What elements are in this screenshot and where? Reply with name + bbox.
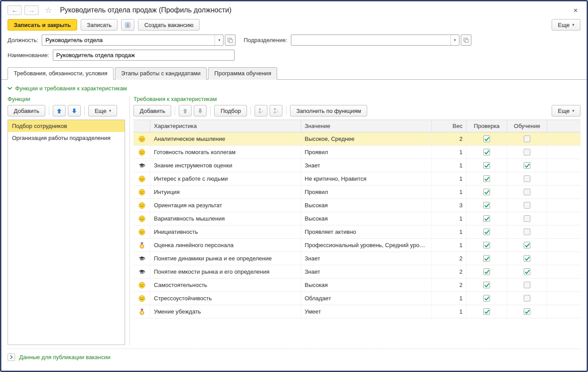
add-function-button[interactable]: Добавить (8, 105, 45, 116)
table-row[interactable]: Самостоятельность Высокая 2 (133, 279, 580, 292)
training-checkbox[interactable] (524, 202, 530, 209)
column-header-check[interactable]: Проверка (466, 120, 507, 132)
fill-by-functions-button[interactable]: Заполнить по функциям (290, 105, 367, 116)
training-checkbox[interactable] (524, 149, 530, 155)
save-and-close-button[interactable]: Записать и закрыть (8, 19, 77, 31)
check-checkbox[interactable] (483, 282, 490, 288)
requirement-move-up-button[interactable] (179, 105, 192, 116)
tab-1[interactable]: Требования, обязанности, условия (8, 67, 114, 80)
check-checkbox[interactable] (483, 295, 490, 302)
column-header-weight[interactable]: Вес (432, 120, 466, 132)
training-checkbox[interactable] (524, 175, 530, 182)
table-row[interactable]: Аналитическое мышление Высокое, Среднее … (133, 132, 580, 146)
requirements-more-button[interactable]: Еще▾ (552, 105, 580, 116)
check-checkbox[interactable] (483, 189, 490, 195)
move-up-button[interactable] (53, 105, 66, 116)
save-button[interactable]: Записать (81, 19, 118, 31)
training-checkbox[interactable] (524, 242, 530, 248)
check-checkbox[interactable] (483, 308, 490, 315)
add-requirement-button[interactable]: Добавить (133, 105, 171, 116)
chevron-down-icon: ▾ (218, 38, 220, 42)
favorite-star-icon[interactable]: ☆ (45, 5, 52, 15)
more-button-top[interactable]: Еще▾ (552, 19, 580, 31)
table-row[interactable]: Понятие емкости рынка и его определения … (133, 265, 580, 279)
tab-2[interactable]: Этапы работы с кандидатами (115, 67, 207, 80)
chevron-down-icon: ▾ (454, 38, 456, 42)
position-open-button[interactable] (225, 35, 235, 46)
check-checkbox[interactable] (483, 175, 490, 182)
check-checkbox[interactable] (483, 149, 490, 155)
create-vacancy-button[interactable]: Создать вакансию (138, 19, 200, 31)
function-list-item[interactable]: Подбор сотрудников (8, 120, 125, 132)
requirement-move-down-button[interactable] (194, 105, 207, 116)
check-checkbox[interactable] (483, 242, 490, 248)
weight-cell: 1 (432, 146, 466, 159)
table-row[interactable]: Инициативность Проявляет активно 1 (133, 225, 580, 239)
row-filler (547, 252, 580, 265)
training-checkbox[interactable] (524, 229, 530, 235)
name-input[interactable] (53, 50, 235, 61)
functions-group-title: Функции и требования к характеристикам (15, 85, 127, 92)
training-checkbox[interactable] (524, 268, 530, 275)
sort-descending-button[interactable]: ЯА↓ (270, 105, 282, 116)
table-row[interactable]: Интуиция Проявил 1 (133, 186, 580, 199)
check-checkbox[interactable] (483, 255, 490, 262)
row-filler (547, 199, 580, 212)
function-label: Организация работы подразделения (12, 135, 110, 141)
department-open-button[interactable] (461, 35, 471, 46)
check-checkbox[interactable] (483, 229, 490, 235)
characteristic-cell: Готовность помогать коллегам (150, 146, 301, 159)
training-checkbox[interactable] (524, 136, 530, 142)
table-row[interactable]: Ориентация на результат Высокая 3 (133, 199, 580, 212)
function-list-item[interactable]: Организация работы подразделения (8, 132, 125, 144)
vacancy-group-toggle[interactable]: Данные для публикации вакансии (8, 349, 580, 362)
table-row[interactable]: Умение убеждать Умеет 1 (133, 305, 580, 318)
training-checkbox[interactable] (524, 295, 530, 302)
column-header-value[interactable]: Значение (301, 120, 432, 132)
move-down-button[interactable] (68, 105, 81, 116)
training-checkbox[interactable] (524, 255, 530, 262)
training-checkbox[interactable] (524, 189, 530, 195)
department-input[interactable] (291, 35, 451, 45)
forward-button[interactable]: → (24, 5, 39, 15)
panel-splitter[interactable] (129, 96, 130, 345)
training-checkbox[interactable] (524, 282, 530, 288)
toolbar-separator (286, 106, 286, 115)
table-row[interactable]: Интерес к работе с людьми Не критично, Н… (133, 172, 580, 186)
checkmark-icon (484, 269, 490, 275)
column-header-training[interactable]: Обучение (507, 120, 547, 132)
down-arrow-icon: ↓ (276, 108, 278, 113)
value-cell: Проявляет активно (301, 225, 432, 238)
training-checkbox[interactable] (524, 162, 530, 169)
check-checkbox[interactable] (483, 136, 490, 142)
check-checkbox[interactable] (483, 202, 490, 209)
check-checkbox[interactable] (483, 268, 490, 275)
tab-3[interactable]: Программа обучения (208, 67, 277, 80)
department-dropdown-button[interactable]: ▾ (451, 35, 459, 45)
check-checkbox[interactable] (483, 215, 490, 222)
functions-more-button[interactable]: Еще▾ (88, 105, 117, 116)
table-row[interactable]: Стрессоустойчивость Обладает 1 (133, 292, 580, 305)
table-row[interactable]: Понятие динамики рынка и ее определение … (133, 252, 580, 265)
close-button[interactable]: × (571, 6, 580, 15)
value-cell: Обладает (301, 292, 432, 305)
checkmark-icon (484, 229, 490, 235)
smiley-icon (138, 136, 145, 143)
back-button[interactable]: ← (8, 5, 22, 15)
table-row[interactable]: Оценка линейного персонала Профессиональ… (133, 239, 580, 252)
functions-group-toggle[interactable]: Функции и требования к характеристикам (8, 85, 580, 92)
table-row[interactable]: Знание инструментов оценки Знает 1 (133, 159, 580, 172)
position-input[interactable] (42, 35, 215, 45)
column-header-characteristic[interactable]: Характеристика (150, 120, 301, 132)
table-row[interactable]: Вариативность мышления Высокая 1 (133, 212, 580, 225)
check-checkbox[interactable] (483, 162, 490, 169)
sort-ascending-button[interactable]: АЯ↓ (255, 105, 267, 116)
table-row[interactable]: Готовность помогать коллегам Проявил 1 (133, 146, 580, 159)
pick-button[interactable]: Подбор (214, 105, 247, 116)
value-cell: Проявил (301, 146, 432, 159)
checkmark-icon (525, 309, 530, 314)
position-dropdown-button[interactable]: ▾ (215, 35, 223, 45)
training-checkbox[interactable] (524, 308, 530, 315)
training-checkbox[interactable] (524, 215, 530, 222)
document-structure-button[interactable] (121, 19, 134, 31)
